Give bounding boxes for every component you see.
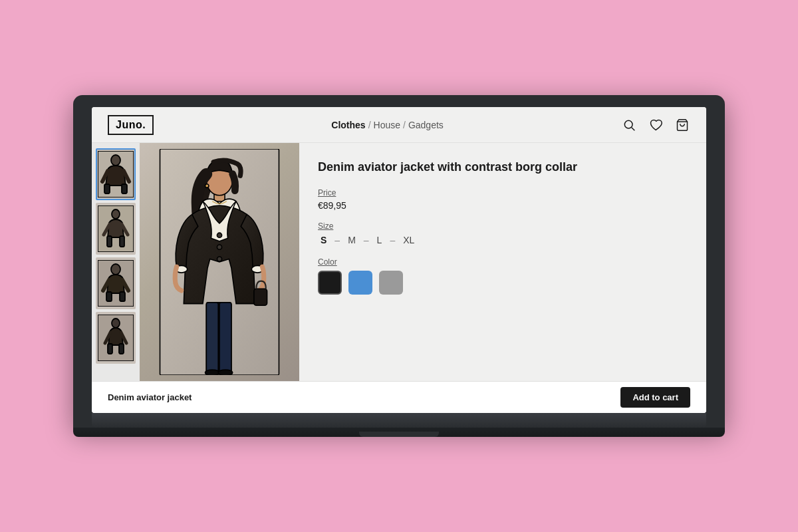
thumbnail-4[interactable]: [96, 312, 136, 364]
svg-rect-28: [254, 289, 267, 305]
breadcrumb-clothes[interactable]: Clothes: [331, 120, 365, 130]
svg-point-0: [624, 120, 632, 128]
laptop-outer: Juno. Clothes / House / Gadgets: [73, 95, 725, 437]
header: Juno. Clothes / House / Gadgets: [92, 107, 706, 143]
color-label: Color: [318, 257, 688, 267]
thumbnail-1[interactable]: [96, 148, 136, 200]
laptop-screen: Juno. Clothes / House / Gadgets: [92, 107, 706, 413]
thumbnail-3[interactable]: [96, 257, 136, 309]
product-details: Denim aviator jacket with contrast borg …: [299, 143, 706, 381]
svg-rect-14: [120, 292, 125, 301]
breadcrumb-sep-2: /: [403, 120, 406, 130]
size-m[interactable]: M: [345, 233, 358, 247]
color-options: [318, 271, 688, 295]
bottom-product-name: Denim aviator jacket: [108, 392, 192, 402]
color-swatch-blue[interactable]: [348, 271, 372, 295]
logo[interactable]: Juno.: [108, 115, 154, 135]
svg-rect-32: [219, 303, 231, 374]
thumbnail-2[interactable]: [96, 203, 136, 255]
svg-rect-5: [104, 184, 110, 194]
laptop-bottom: [73, 428, 725, 437]
wishlist-icon[interactable]: [648, 117, 664, 133]
size-xl[interactable]: XL: [400, 233, 417, 247]
price-label: Price: [318, 188, 688, 198]
laptop-base: [92, 413, 706, 428]
color-section: Color: [318, 257, 688, 295]
product-image-main: [140, 143, 299, 381]
laptop-screen-bezel: Juno. Clothes / House / Gadgets: [73, 95, 725, 428]
size-label: Size: [318, 221, 688, 231]
svg-point-12: [111, 264, 120, 275]
logo-text: Juno.: [116, 119, 146, 130]
size-s[interactable]: S: [318, 233, 329, 247]
svg-rect-9: [107, 236, 112, 247]
svg-point-33: [205, 370, 219, 375]
product-image-container: [140, 143, 299, 381]
svg-rect-6: [122, 184, 127, 194]
add-to-cart-button[interactable]: Add to cart: [620, 387, 690, 408]
svg-rect-13: [106, 292, 112, 301]
svg-rect-17: [108, 344, 112, 354]
svg-point-34: [218, 370, 232, 375]
svg-point-25: [217, 257, 221, 261]
price-value: €89,95: [318, 200, 688, 211]
svg-line-1: [632, 127, 635, 130]
cart-icon[interactable]: [674, 117, 690, 133]
breadcrumb-gadgets[interactable]: Gadgets: [408, 120, 444, 130]
svg-rect-10: [120, 236, 124, 247]
thumbnails-panel: [92, 143, 140, 381]
laptop-notch: [359, 432, 439, 437]
header-icons: [621, 117, 690, 133]
size-section: Size S – M – L – XL: [318, 221, 688, 247]
color-swatch-gray[interactable]: [379, 271, 403, 295]
svg-point-24: [217, 245, 221, 249]
svg-rect-31: [206, 303, 218, 374]
breadcrumb: Clothes / House / Gadgets: [331, 120, 444, 130]
price-section: Price €89,95: [318, 188, 688, 211]
svg-rect-18: [119, 344, 124, 354]
svg-point-8: [112, 209, 120, 219]
search-icon[interactable]: [621, 117, 637, 133]
product-title: Denim aviator jacket with contrast borg …: [318, 159, 688, 175]
app: Juno. Clothes / House / Gadgets: [92, 107, 706, 413]
svg-point-16: [112, 319, 120, 328]
svg-point-4: [111, 155, 120, 166]
main-content: Denim aviator jacket with contrast borg …: [92, 143, 706, 381]
svg-point-22: [205, 184, 209, 188]
breadcrumb-house[interactable]: House: [374, 120, 400, 130]
svg-point-23: [217, 233, 221, 237]
size-options: S – M – L – XL: [318, 233, 688, 247]
bottom-bar: Denim aviator jacket Add to cart: [92, 381, 706, 413]
breadcrumb-sep-1: /: [368, 120, 371, 130]
size-l[interactable]: L: [374, 233, 385, 247]
color-swatch-black[interactable]: [318, 271, 342, 295]
